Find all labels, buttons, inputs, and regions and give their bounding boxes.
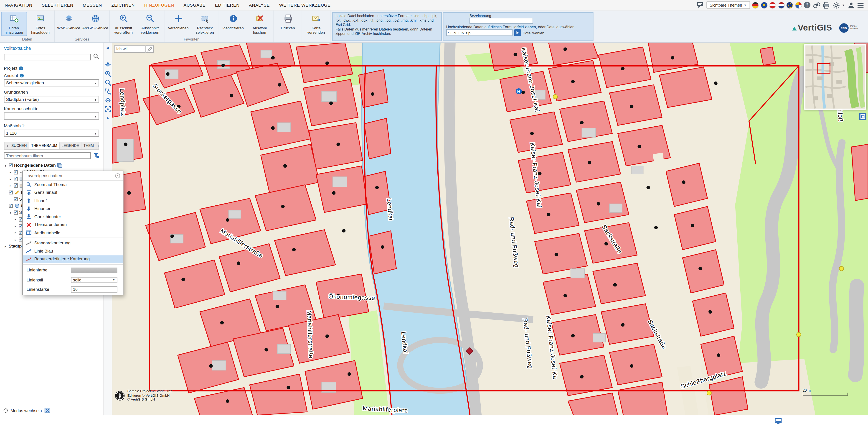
switch-mode-bar[interactable]: Modus wechseln — [0, 406, 103, 415]
massstab-select[interactable]: 1.128▼ — [4, 129, 99, 137]
menu-item-thema-entfernen[interactable]: Thema entfernen — [23, 221, 123, 229]
flag-austria-icon[interactable] — [770, 2, 776, 8]
checkbox[interactable] — [14, 197, 18, 201]
menu-zeichnen[interactable]: ZEICHNEN — [107, 0, 140, 10]
pan-globe-button[interactable] — [104, 61, 111, 68]
tab-suchen[interactable]: SUCHEN — [9, 142, 29, 149]
filter-clear-icon[interactable] — [93, 152, 99, 159]
user-icon[interactable] — [847, 1, 855, 9]
menu-editieren[interactable]: EDITIEREN — [210, 0, 244, 10]
expander-icon[interactable]: ▸ — [9, 184, 12, 187]
line-color-swatch[interactable] — [71, 267, 117, 273]
rectangle-select-button[interactable]: Rechteckselektieren — [192, 11, 218, 36]
checkbox[interactable] — [14, 177, 18, 181]
settings-gear-icon[interactable] — [832, 1, 840, 9]
bezeichnung-input[interactable] — [469, 18, 533, 24]
kartenausschnitte-select[interactable]: ▼ — [4, 113, 99, 120]
menu-item-linie-blau[interactable]: Linie Blau — [23, 247, 123, 255]
add-photos-button[interactable]: Fotoshinzufügen — [27, 11, 53, 36]
tabs-scroll-right-icon[interactable]: ▸ — [96, 142, 99, 149]
menu-selektieren[interactable]: SELEKTIEREN — [37, 0, 78, 10]
checkbox[interactable] — [14, 170, 18, 174]
overview-map[interactable] — [804, 44, 866, 110]
zoom-in-button[interactable] — [104, 70, 111, 77]
flag-eu-stars-icon[interactable] — [787, 2, 793, 8]
pan-button[interactable]: Verschieben — [165, 11, 191, 36]
fulltext-search-input[interactable] — [4, 54, 91, 60]
zoom-out-extent-button[interactable]: Ausschnittverkleinern — [137, 11, 163, 36]
tab-legende[interactable]: LEGENDE — [60, 142, 82, 149]
menu-item-attributtabelle[interactable]: Attributtabelle — [23, 229, 123, 237]
send-map-button[interactable]: Karteversenden — [303, 11, 329, 36]
checkbox[interactable] — [14, 211, 18, 215]
center-target-button[interactable] — [104, 96, 111, 103]
zoom-in-extent-button[interactable]: Ausschnittvergrößern — [111, 11, 136, 36]
clear-selection-button[interactable]: Auswahllöschen — [247, 11, 273, 36]
identify-button[interactable]: Identifizieren — [220, 11, 246, 36]
link-icon[interactable] — [813, 1, 820, 9]
print-button[interactable]: Drucken — [275, 11, 301, 36]
tab-themenbaum[interactable]: THEMENBAUM — [29, 142, 60, 149]
grundkarten-select[interactable]: Stadtplan (Farbe)▼ — [4, 96, 99, 103]
ich-will-button[interactable] — [146, 45, 154, 53]
menu-item-ganz-hinunter[interactable]: Ganz hinunter — [23, 213, 123, 221]
add-data-button[interactable]: Datenhinzufügen — [1, 11, 27, 36]
zoom-box-button[interactable] — [104, 87, 111, 95]
feedback-bubble-icon[interactable] — [696, 1, 704, 9]
zoom-out-button[interactable] — [104, 79, 111, 86]
checkbox[interactable] — [9, 190, 13, 194]
choose-file-label[interactable]: Datei wählen — [523, 31, 545, 35]
menu-analyse[interactable]: ANALYSE — [244, 0, 275, 10]
ansicht-select[interactable]: Sehenswürdigkeiten▼ — [4, 79, 99, 87]
ich-will-input[interactable] — [114, 45, 146, 53]
tree-item-hochgeladene-daten[interactable]: ▾ Hochgeladene Daten — [4, 162, 99, 169]
settings-caret-icon[interactable]: ▼ — [842, 3, 845, 7]
monitor-status-icon[interactable] — [775, 417, 781, 423]
flag-eu-icon[interactable] — [761, 2, 767, 8]
expander-icon[interactable]: ▸ — [14, 238, 17, 241]
flag-multicolor-icon[interactable] — [795, 2, 801, 8]
expander-icon[interactable]: ▾ — [4, 164, 7, 167]
menu-item-zoom-auf-thema[interactable]: Zoom auf Thema — [23, 181, 123, 188]
menu-hinzufuegen[interactable]: HINZUFÜGEN — [140, 0, 179, 10]
menu-item-standardkartierung[interactable]: Standardkartierung — [23, 239, 123, 247]
wms-service-button[interactable]: WMS-Service — [56, 11, 82, 36]
tabs-scroll-left-icon[interactable]: ◂ — [4, 142, 9, 149]
menu-item-hinunter[interactable]: Hinunter — [23, 205, 123, 213]
line-width-input[interactable] — [71, 286, 117, 293]
collapse-sidebar-button[interactable]: ◀ — [104, 44, 111, 52]
flag-netherlands-icon[interactable] — [778, 2, 784, 8]
checkbox[interactable] — [9, 204, 13, 208]
upload-file-button[interactable] — [514, 29, 521, 36]
full-extent-button[interactable] — [104, 105, 111, 113]
menu-item-ganz-hinauf[interactable]: Ganz hinauf — [23, 188, 123, 196]
menu-weitere-werkzeuge[interactable]: WEITERE WERKZEUGE — [275, 0, 336, 10]
print-icon[interactable] — [823, 1, 830, 9]
menu-ausgabe[interactable]: AUSGABE — [179, 0, 210, 10]
flag-germany-icon[interactable] — [752, 2, 758, 8]
menu-navigation[interactable]: NAVIGATION — [0, 0, 37, 10]
menu-item-hinauf[interactable]: Hinauf — [23, 197, 123, 205]
overview-toggle-button[interactable] — [859, 113, 866, 120]
expander-icon[interactable]: ▸ — [14, 231, 17, 235]
scroll-up-button[interactable]: ▲ — [104, 114, 111, 121]
expander-icon[interactable]: ▾ — [9, 211, 12, 214]
checkbox[interactable] — [9, 163, 13, 168]
expander-icon[interactable]: ▸ — [9, 171, 12, 174]
expander-icon[interactable]: ▸ — [14, 218, 17, 221]
menu-item-benutzerdefinierte-kartierung[interactable]: Benutzerdefinierte Kartierung — [23, 255, 123, 263]
help-icon[interactable]: ? — [804, 2, 810, 8]
expander-icon[interactable]: ▸ — [4, 245, 7, 248]
search-icon[interactable] — [93, 53, 99, 61]
visible-themes-button[interactable]: Sichtbare Themen ▼ — [706, 1, 750, 9]
expander-icon[interactable]: ▸ — [14, 224, 17, 228]
file-name-input[interactable] — [446, 30, 513, 36]
map-canvas[interactable]: H Stockergasse Lendplatz Mariahilferstra… — [113, 42, 868, 415]
menu-messen[interactable]: MESSEN — [78, 0, 107, 10]
line-style-select[interactable]: solid▼ — [71, 277, 117, 283]
tab-themen[interactable]: THEM — [82, 142, 96, 149]
checkbox[interactable] — [14, 184, 18, 188]
hamburger-menu-icon[interactable] — [857, 1, 864, 9]
close-icon[interactable]: × — [115, 173, 120, 178]
info-icon[interactable]: i — [19, 66, 23, 70]
